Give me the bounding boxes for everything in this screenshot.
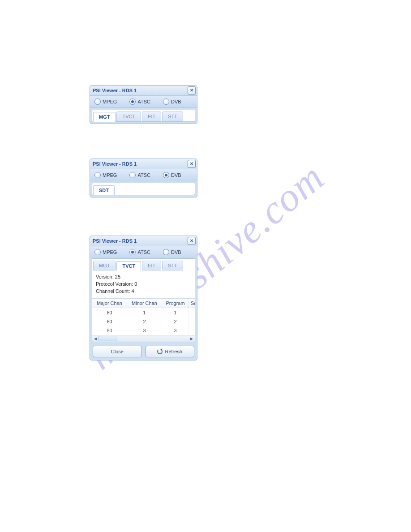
col-header-major[interactable]: Major Chan: [92, 299, 127, 308]
close-button[interactable]: ✕: [188, 160, 196, 168]
tab-eit[interactable]: EIT: [142, 261, 161, 270]
radio-label: MPEG: [103, 99, 117, 104]
close-button[interactable]: ✕: [188, 237, 196, 245]
window-title: PSI Viewer - RDS 1: [93, 238, 137, 244]
table-row[interactable]: 80 2 2: [92, 317, 195, 326]
titlebar: PSI Viewer - RDS 1 ✕: [90, 86, 197, 96]
radio-dvb[interactable]: DVB: [163, 172, 181, 178]
radio-atsc[interactable]: ATSC: [129, 249, 150, 255]
tab-label: SDT: [99, 188, 109, 193]
col-header-program[interactable]: Program: [162, 299, 189, 308]
tab-label: EIT: [148, 263, 155, 268]
titlebar: PSI Viewer - RDS 1 ✕: [90, 159, 197, 169]
scroll-right-icon[interactable]: ▶: [188, 336, 195, 341]
cell-program: 1: [162, 308, 189, 317]
panel-body: Version: 25 Protocol Version: 0 Channel …: [92, 270, 195, 342]
tab-label: TVCT: [122, 114, 135, 119]
tab-label: MGT: [99, 114, 110, 120]
info-text-area: Version: 25 Protocol Version: 0 Channel …: [92, 270, 195, 298]
col-header-sou[interactable]: Sou: [189, 299, 195, 308]
scroll-left-icon[interactable]: ◀: [92, 336, 98, 341]
table-row[interactable]: 80 3 3: [92, 326, 195, 335]
window-title: PSI Viewer - RDS 1: [93, 161, 137, 167]
radio-dot-icon: [129, 99, 136, 105]
cell-minor: 3: [127, 326, 162, 335]
info-line-version: Version: 25: [96, 273, 191, 280]
close-button[interactable]: ✕: [188, 86, 196, 94]
cell-minor: 2: [127, 317, 162, 326]
radio-dot-icon: [163, 99, 169, 105]
cell-program: 2: [162, 317, 189, 326]
tab-label: STT: [168, 263, 177, 268]
button-label: Close: [111, 349, 124, 354]
radio-dot-icon: [94, 249, 101, 255]
tab-label: MGT: [99, 263, 110, 268]
cell-empty: [189, 317, 195, 326]
psi-viewer-panel-2: PSI Viewer - RDS 1 ✕ MPEG ATSC DVB SDT: [90, 159, 197, 197]
mode-radio-group: MPEG ATSC DVB: [90, 96, 197, 108]
table-area: Major Chan Minor Chan Program Sou 80 1 1…: [92, 298, 195, 342]
tab-sdt[interactable]: SDT: [93, 185, 115, 195]
radio-mpeg[interactable]: MPEG: [94, 99, 117, 105]
tabstrip: MGT TVCT EIT STT: [92, 258, 195, 270]
radio-dot-icon: [129, 249, 136, 255]
cell-major: 80: [92, 317, 127, 326]
mode-radio-group: MPEG ATSC DVB: [90, 246, 197, 258]
button-bar: Close Refresh: [90, 342, 197, 360]
radio-dot-icon: [94, 172, 101, 178]
tab-stt[interactable]: STT: [162, 112, 183, 121]
radio-label: MPEG: [103, 249, 117, 255]
radio-dot-icon: [163, 172, 169, 178]
radio-label: DVB: [171, 99, 181, 104]
radio-atsc[interactable]: ATSC: [129, 99, 150, 105]
info-line-protocol: Protocol Version: 0: [96, 280, 191, 287]
radio-label: ATSC: [137, 172, 150, 178]
tab-mgt[interactable]: MGT: [93, 112, 116, 122]
radio-dvb[interactable]: DVB: [163, 249, 181, 255]
table-row[interactable]: 80 1 1: [92, 308, 195, 317]
radio-label: ATSC: [137, 99, 150, 104]
cell-empty: [189, 308, 195, 317]
tab-label: STT: [168, 114, 177, 119]
radio-dot-icon: [94, 99, 101, 105]
cell-empty: [189, 326, 195, 335]
refresh-icon: [157, 349, 163, 354]
tabstrip: MGT TVCT EIT STT: [92, 110, 195, 122]
tab-tvct[interactable]: TVCT: [116, 112, 141, 121]
radio-dot-icon: [163, 249, 169, 255]
scroll-thumb[interactable]: [98, 336, 117, 341]
info-line-channels: Channel Count: 4: [96, 287, 191, 295]
horizontal-scrollbar[interactable]: ◀ ▶: [92, 335, 195, 342]
tabstrip: SDT: [92, 183, 195, 195]
cell-major: 80: [92, 308, 127, 317]
cell-minor: 1: [127, 308, 162, 317]
tab-mgt[interactable]: MGT: [93, 261, 116, 270]
scroll-track[interactable]: [98, 335, 188, 342]
tab-stt[interactable]: STT: [162, 261, 183, 270]
tab-eit[interactable]: EIT: [142, 112, 161, 121]
mode-radio-group: MPEG ATSC DVB: [90, 169, 197, 181]
psi-viewer-panel-1: PSI Viewer - RDS 1 ✕ MPEG ATSC DVB MGT T…: [90, 85, 197, 124]
close-icon: ✕: [190, 239, 193, 243]
radio-dvb[interactable]: DVB: [163, 99, 181, 105]
radio-mpeg[interactable]: MPEG: [94, 172, 117, 178]
cell-major: 80: [92, 326, 127, 335]
radio-dot-icon: [129, 172, 136, 178]
psi-viewer-panel-3: PSI Viewer - RDS 1 ✕ MPEG ATSC DVB MGT T…: [90, 236, 197, 360]
radio-atsc[interactable]: ATSC: [129, 172, 150, 178]
close-panel-button[interactable]: Close: [93, 346, 142, 357]
titlebar: PSI Viewer - RDS 1 ✕: [90, 236, 197, 246]
radio-label: DVB: [171, 172, 181, 178]
radio-label: MPEG: [103, 172, 117, 178]
button-label: Refresh: [165, 349, 182, 354]
tab-label: EIT: [148, 114, 155, 119]
radio-label: DVB: [171, 249, 181, 255]
refresh-button[interactable]: Refresh: [146, 346, 195, 357]
tab-tvct[interactable]: TVCT: [116, 261, 141, 271]
col-header-minor[interactable]: Minor Chan: [127, 299, 162, 308]
radio-label: ATSC: [137, 249, 150, 255]
table-header-row: Major Chan Minor Chan Program Sou: [92, 299, 195, 308]
window-title: PSI Viewer - RDS 1: [93, 88, 137, 93]
close-icon: ✕: [190, 88, 193, 93]
radio-mpeg[interactable]: MPEG: [94, 249, 117, 255]
